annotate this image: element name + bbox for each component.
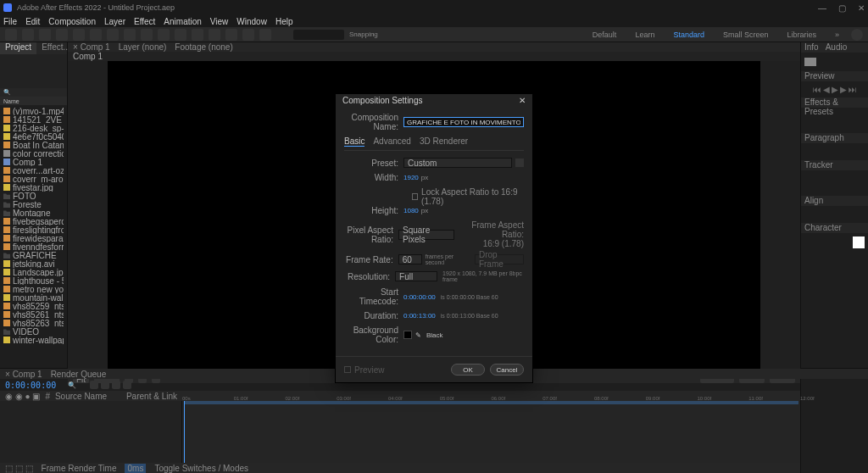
width-input[interactable]: 1920 xyxy=(403,174,419,181)
comp-name-label: Composition Name: xyxy=(344,113,403,131)
ok-button[interactable]: OK xyxy=(451,364,485,376)
lock-aspect-label: Lock Aspect Ratio to 16:9 (1.78) xyxy=(421,187,524,206)
res-info: 1920 x 1080, 7.9 MB per 8bpc frame xyxy=(442,270,524,282)
dialog-tabs: Basic Advanced 3D Renderer xyxy=(344,136,524,151)
bg-color-name: Black xyxy=(426,331,443,339)
res-label: Resolution: xyxy=(344,272,395,281)
height-unit: px xyxy=(421,207,428,214)
height-label: Height: xyxy=(344,206,403,215)
start-tc-info: is 0:00:00:00 Base 60 xyxy=(441,294,498,300)
dialog-title: Composition Settings xyxy=(342,96,423,105)
dur-input[interactable]: 0:00:13:00 xyxy=(403,312,436,320)
composition-settings-dialog: Composition Settings ✕ Composition Name:… xyxy=(335,93,533,383)
res-dropdown[interactable]: Full xyxy=(395,271,437,281)
eyedropper-icon[interactable]: ✎ xyxy=(415,331,421,339)
preview-checkbox[interactable] xyxy=(344,366,351,373)
preview-label: Preview xyxy=(354,365,385,375)
width-label: Width: xyxy=(344,173,403,182)
fr-dropdown[interactable]: 60 xyxy=(398,254,422,264)
dialog-tab-advanced[interactable]: Advanced xyxy=(373,136,410,147)
dur-info: is 0:00:13:00 Base 60 xyxy=(441,313,498,319)
preset-dropdown[interactable]: Custom xyxy=(403,158,512,168)
width-unit: px xyxy=(421,174,428,181)
fr-label: Frame Rate: xyxy=(344,255,398,264)
start-tc-label: Start Timecode: xyxy=(344,287,403,306)
preset-label: Preset: xyxy=(344,159,403,168)
fr-drop-dropdown[interactable]: Drop Frame xyxy=(475,254,524,264)
height-input[interactable]: 1080 xyxy=(403,207,419,214)
modal-overlay: Composition Settings ✕ Composition Name:… xyxy=(0,0,868,473)
par-dropdown[interactable]: Square Pixels xyxy=(398,230,454,240)
frame-ar-value: 16:9 (1.78) xyxy=(454,239,524,248)
bg-label: Background Color: xyxy=(344,326,403,344)
start-tc-input[interactable]: 0:00:00:00 xyxy=(403,293,436,301)
dialog-close-icon[interactable]: ✕ xyxy=(519,96,526,105)
preset-delete-icon[interactable] xyxy=(515,159,524,167)
par-label: Pixel Aspect Ratio: xyxy=(344,225,398,244)
lock-aspect-checkbox[interactable] xyxy=(412,193,418,200)
dialog-tab-basic[interactable]: Basic xyxy=(344,136,364,147)
dialog-header[interactable]: Composition Settings ✕ xyxy=(336,94,532,106)
comp-name-input[interactable] xyxy=(403,117,524,127)
fr-unit: frames per second xyxy=(426,253,470,265)
dialog-footer: Preview OK Cancel xyxy=(336,356,532,382)
dur-label: Duration: xyxy=(344,311,403,320)
frame-ar-label: Frame Aspect Ratio: xyxy=(454,220,524,239)
cancel-button[interactable]: Cancel xyxy=(490,364,524,376)
bg-color-swatch[interactable] xyxy=(403,331,412,339)
dialog-tab-3d-renderer[interactable]: 3D Renderer xyxy=(420,136,468,147)
